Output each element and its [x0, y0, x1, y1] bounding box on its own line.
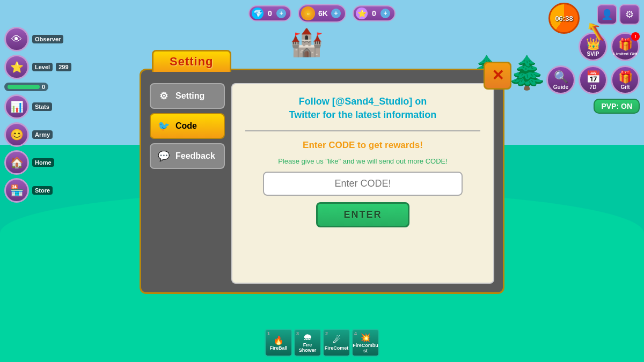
enter-code-label: Enter CODE to get rewards! [303, 140, 423, 151]
twitter-line1: Follow [@Sand4_Studio] on [299, 96, 427, 107]
menu-item-code[interactable]: 🐦 Code [150, 113, 225, 139]
feedback-menu-label: Feedback [175, 151, 215, 161]
content-divider [245, 130, 480, 131]
modal-title: Setting [152, 50, 231, 72]
twitter-line2: Twitter for the latest information [289, 109, 437, 120]
modal-overlay: Setting ✕ ⚙ Setting 🐦 Code 💬 [0, 0, 644, 362]
menu-item-feedback[interactable]: 💬 Feedback [150, 143, 225, 169]
setting-menu-icon: ⚙ [156, 88, 171, 104]
feedback-menu-icon: 💬 [156, 149, 171, 164]
enter-code-button[interactable]: ENTER [316, 202, 409, 227]
close-x-icon: ✕ [492, 68, 504, 83]
setting-menu-label: Setting [175, 91, 204, 101]
modal-content-panel: Follow [@Sand4_Studio] on Twitter for th… [231, 83, 494, 284]
modal-body: ⚙ Setting 🐦 Code 💬 Feedback Follow [@San… [150, 83, 494, 284]
modal-close-button[interactable]: ✕ [484, 62, 511, 90]
code-menu-icon: 🐦 [156, 119, 171, 134]
code-input-field[interactable] [263, 172, 463, 196]
menu-item-setting[interactable]: ⚙ Setting [150, 83, 225, 109]
setting-modal: Setting ✕ ⚙ Setting 🐦 Code 💬 [140, 69, 504, 294]
like-text: Please give us "like" and we will send o… [278, 157, 448, 165]
modal-menu: ⚙ Setting 🐦 Code 💬 Feedback [150, 83, 225, 284]
code-menu-label: Code [175, 121, 197, 131]
twitter-follow-text: Follow [@Sand4_Studio] on Twitter for th… [289, 95, 437, 122]
